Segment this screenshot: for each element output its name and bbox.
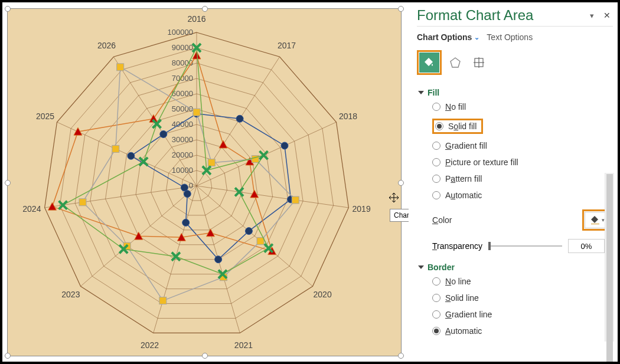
fill-option-no-fill[interactable]: No fill	[432, 102, 613, 112]
transparency-value: 0%	[581, 242, 592, 251]
selection-handle[interactable]	[398, 180, 404, 186]
svg-point-52	[181, 184, 188, 191]
tab-text-options[interactable]: Text Options	[487, 32, 533, 42]
selection-handle[interactable]	[398, 353, 404, 359]
border-section-header[interactable]: Border	[417, 263, 613, 272]
border-option-gradient-line[interactable]: Gradient line	[432, 310, 613, 319]
tab-chart-options[interactable]: Chart Options ⌄	[417, 32, 479, 42]
svg-text:30000: 30000	[172, 135, 193, 144]
chevron-down-icon: ⌄	[474, 34, 479, 41]
svg-text:2026: 2026	[97, 41, 116, 50]
svg-point-45	[236, 115, 243, 122]
svg-text:2025: 2025	[36, 112, 54, 121]
svg-line-13	[197, 186, 348, 208]
border-option-solid-line[interactable]: Solid line	[432, 293, 613, 303]
svg-text:100000: 100000	[168, 28, 193, 37]
collapse-caret-icon	[418, 91, 424, 94]
selection-handle[interactable]	[5, 180, 11, 186]
svg-text:0: 0	[189, 181, 193, 190]
effects-tab-icon[interactable]	[445, 53, 465, 73]
svg-text:2020: 2020	[314, 290, 332, 299]
svg-marker-79	[63, 48, 269, 274]
svg-text:2023: 2023	[61, 290, 80, 299]
color-label: Color	[432, 215, 452, 225]
svg-text:90000: 90000	[172, 43, 193, 52]
vertical-scrollbar[interactable]	[605, 173, 614, 342]
svg-marker-104	[451, 58, 460, 67]
fill-option-solid-fill[interactable]: Solid fill	[435, 122, 477, 131]
solid-fill-highlight: Solid fill	[432, 119, 483, 134]
svg-point-49	[215, 256, 222, 263]
svg-point-50	[182, 219, 190, 226]
border-section-label: Border	[428, 263, 455, 272]
chart-area[interactable]: 0100002000030000400005000060000700008000…	[7, 8, 402, 356]
tab-chart-options-label: Chart Options	[417, 32, 472, 42]
size-properties-tab-icon[interactable]	[469, 53, 489, 73]
selection-handle[interactable]	[5, 6, 11, 12]
pane-title: Format Chart Area	[417, 7, 533, 24]
svg-text:2016: 2016	[187, 14, 205, 24]
svg-rect-78	[117, 64, 124, 71]
svg-point-46	[281, 142, 288, 149]
svg-marker-57	[219, 140, 227, 148]
svg-point-54	[160, 131, 167, 138]
selection-handle[interactable]	[398, 6, 404, 12]
svg-text:60000: 60000	[172, 89, 193, 98]
svg-text:2019: 2019	[353, 204, 371, 214]
svg-text:50000: 50000	[172, 104, 193, 113]
svg-text:2017: 2017	[278, 41, 296, 50]
transparency-slider[interactable]	[488, 245, 562, 247]
svg-rect-71	[292, 196, 299, 204]
svg-rect-74	[159, 297, 167, 304]
close-icon[interactable]: ✕	[601, 8, 613, 22]
svg-text:2018: 2018	[339, 112, 357, 121]
svg-line-18	[45, 186, 197, 208]
border-option-automatic[interactable]: Automatic	[432, 326, 613, 336]
selection-handle[interactable]	[202, 353, 208, 359]
svg-point-48	[245, 228, 252, 235]
collapse-caret-icon	[418, 265, 424, 269]
fill-option-pattern-fill[interactable]: Pattern fill	[432, 174, 613, 183]
fill-line-tab-icon[interactable]	[419, 53, 439, 73]
border-option-no-line[interactable]: No line	[432, 277, 613, 286]
svg-point-53	[128, 152, 135, 159]
svg-text:10000: 10000	[172, 166, 193, 175]
fill-section-header[interactable]: Fill	[417, 88, 613, 97]
radar-chart: 0100002000030000400005000060000700008000…	[8, 9, 402, 357]
svg-rect-69	[208, 159, 215, 166]
fill-option-picture-fill[interactable]: Picture or texture fill	[432, 158, 613, 167]
svg-rect-76	[79, 199, 86, 206]
fill-option-automatic[interactable]: Automatic	[432, 191, 613, 200]
fill-tab-highlight	[417, 50, 442, 75]
transparency-input[interactable]: 0%	[568, 239, 605, 253]
svg-rect-72	[257, 238, 264, 245]
format-pane: Format Chart Area ▾ ✕ Chart Options ⌄ Te…	[409, 2, 618, 362]
selection-handle[interactable]	[5, 353, 11, 359]
fill-section-label: Fill	[428, 88, 439, 97]
svg-rect-68	[193, 109, 200, 116]
svg-text:2024: 2024	[22, 204, 41, 214]
pane-menu-icon[interactable]: ▾	[589, 10, 595, 21]
move-cursor	[389, 192, 399, 206]
svg-text:2022: 2022	[141, 340, 159, 350]
svg-rect-108	[591, 223, 599, 225]
svg-rect-77	[112, 145, 119, 152]
svg-text:20000: 20000	[172, 150, 193, 159]
svg-text:2021: 2021	[234, 340, 253, 350]
fill-option-gradient-fill[interactable]: Gradient fill	[432, 141, 613, 150]
transparency-label: Transparency	[432, 241, 482, 251]
selection-handle[interactable]	[202, 6, 208, 12]
svg-marker-43	[131, 114, 291, 260]
